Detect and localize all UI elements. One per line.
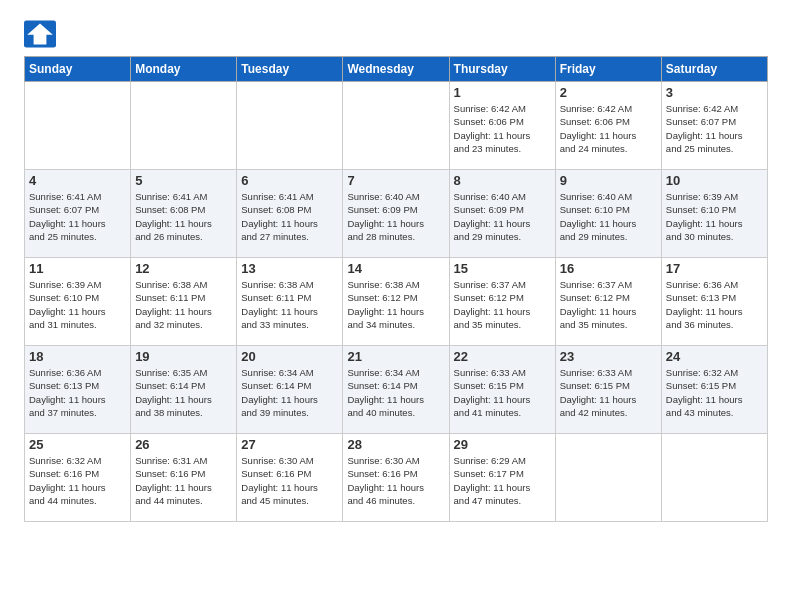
cell-info: Sunrise: 6:32 AM Sunset: 6:15 PM Dayligh…: [666, 366, 763, 419]
day-number: 10: [666, 173, 763, 188]
cell-info: Sunrise: 6:41 AM Sunset: 6:08 PM Dayligh…: [135, 190, 232, 243]
cell-info: Sunrise: 6:41 AM Sunset: 6:07 PM Dayligh…: [29, 190, 126, 243]
calendar-cell: 28Sunrise: 6:30 AM Sunset: 6:16 PM Dayli…: [343, 434, 449, 522]
day-header-wednesday: Wednesday: [343, 57, 449, 82]
calendar-cell: [343, 82, 449, 170]
cell-info: Sunrise: 6:39 AM Sunset: 6:10 PM Dayligh…: [29, 278, 126, 331]
calendar-cell: 5Sunrise: 6:41 AM Sunset: 6:08 PM Daylig…: [131, 170, 237, 258]
cell-info: Sunrise: 6:38 AM Sunset: 6:11 PM Dayligh…: [135, 278, 232, 331]
calendar-cell: 11Sunrise: 6:39 AM Sunset: 6:10 PM Dayli…: [25, 258, 131, 346]
calendar-week-row: 18Sunrise: 6:36 AM Sunset: 6:13 PM Dayli…: [25, 346, 768, 434]
day-number: 22: [454, 349, 551, 364]
day-number: 26: [135, 437, 232, 452]
day-number: 2: [560, 85, 657, 100]
day-number: 7: [347, 173, 444, 188]
calendar-cell: 6Sunrise: 6:41 AM Sunset: 6:08 PM Daylig…: [237, 170, 343, 258]
cell-info: Sunrise: 6:39 AM Sunset: 6:10 PM Dayligh…: [666, 190, 763, 243]
calendar-week-row: 11Sunrise: 6:39 AM Sunset: 6:10 PM Dayli…: [25, 258, 768, 346]
day-number: 29: [454, 437, 551, 452]
calendar-header-row: SundayMondayTuesdayWednesdayThursdayFrid…: [25, 57, 768, 82]
day-number: 13: [241, 261, 338, 276]
logo: [24, 20, 60, 48]
day-header-monday: Monday: [131, 57, 237, 82]
day-header-saturday: Saturday: [661, 57, 767, 82]
calendar-cell: 25Sunrise: 6:32 AM Sunset: 6:16 PM Dayli…: [25, 434, 131, 522]
calendar-cell: 9Sunrise: 6:40 AM Sunset: 6:10 PM Daylig…: [555, 170, 661, 258]
calendar-cell: 4Sunrise: 6:41 AM Sunset: 6:07 PM Daylig…: [25, 170, 131, 258]
calendar-cell: 24Sunrise: 6:32 AM Sunset: 6:15 PM Dayli…: [661, 346, 767, 434]
calendar-table: SundayMondayTuesdayWednesdayThursdayFrid…: [24, 56, 768, 522]
cell-info: Sunrise: 6:33 AM Sunset: 6:15 PM Dayligh…: [454, 366, 551, 419]
day-number: 6: [241, 173, 338, 188]
day-number: 16: [560, 261, 657, 276]
calendar-week-row: 25Sunrise: 6:32 AM Sunset: 6:16 PM Dayli…: [25, 434, 768, 522]
cell-info: Sunrise: 6:37 AM Sunset: 6:12 PM Dayligh…: [560, 278, 657, 331]
cell-info: Sunrise: 6:42 AM Sunset: 6:06 PM Dayligh…: [454, 102, 551, 155]
day-number: 4: [29, 173, 126, 188]
day-number: 8: [454, 173, 551, 188]
day-header-friday: Friday: [555, 57, 661, 82]
day-number: 27: [241, 437, 338, 452]
calendar-cell: 3Sunrise: 6:42 AM Sunset: 6:07 PM Daylig…: [661, 82, 767, 170]
calendar-cell: [661, 434, 767, 522]
cell-info: Sunrise: 6:35 AM Sunset: 6:14 PM Dayligh…: [135, 366, 232, 419]
cell-info: Sunrise: 6:29 AM Sunset: 6:17 PM Dayligh…: [454, 454, 551, 507]
cell-info: Sunrise: 6:34 AM Sunset: 6:14 PM Dayligh…: [241, 366, 338, 419]
calendar-cell: 20Sunrise: 6:34 AM Sunset: 6:14 PM Dayli…: [237, 346, 343, 434]
day-number: 5: [135, 173, 232, 188]
calendar-cell: 14Sunrise: 6:38 AM Sunset: 6:12 PM Dayli…: [343, 258, 449, 346]
calendar-cell: 18Sunrise: 6:36 AM Sunset: 6:13 PM Dayli…: [25, 346, 131, 434]
cell-info: Sunrise: 6:32 AM Sunset: 6:16 PM Dayligh…: [29, 454, 126, 507]
calendar-cell: 8Sunrise: 6:40 AM Sunset: 6:09 PM Daylig…: [449, 170, 555, 258]
calendar-cell: [131, 82, 237, 170]
calendar-cell: [555, 434, 661, 522]
cell-info: Sunrise: 6:38 AM Sunset: 6:12 PM Dayligh…: [347, 278, 444, 331]
cell-info: Sunrise: 6:34 AM Sunset: 6:14 PM Dayligh…: [347, 366, 444, 419]
day-number: 17: [666, 261, 763, 276]
day-number: 1: [454, 85, 551, 100]
cell-info: Sunrise: 6:40 AM Sunset: 6:09 PM Dayligh…: [454, 190, 551, 243]
calendar-cell: 16Sunrise: 6:37 AM Sunset: 6:12 PM Dayli…: [555, 258, 661, 346]
calendar-cell: 26Sunrise: 6:31 AM Sunset: 6:16 PM Dayli…: [131, 434, 237, 522]
day-number: 25: [29, 437, 126, 452]
calendar-cell: 19Sunrise: 6:35 AM Sunset: 6:14 PM Dayli…: [131, 346, 237, 434]
cell-info: Sunrise: 6:33 AM Sunset: 6:15 PM Dayligh…: [560, 366, 657, 419]
day-number: 3: [666, 85, 763, 100]
day-number: 18: [29, 349, 126, 364]
calendar-cell: 27Sunrise: 6:30 AM Sunset: 6:16 PM Dayli…: [237, 434, 343, 522]
day-number: 12: [135, 261, 232, 276]
calendar-cell: [25, 82, 131, 170]
day-number: 19: [135, 349, 232, 364]
day-number: 11: [29, 261, 126, 276]
cell-info: Sunrise: 6:40 AM Sunset: 6:10 PM Dayligh…: [560, 190, 657, 243]
calendar-cell: 10Sunrise: 6:39 AM Sunset: 6:10 PM Dayli…: [661, 170, 767, 258]
calendar-body: 1Sunrise: 6:42 AM Sunset: 6:06 PM Daylig…: [25, 82, 768, 522]
cell-info: Sunrise: 6:41 AM Sunset: 6:08 PM Dayligh…: [241, 190, 338, 243]
calendar-cell: 2Sunrise: 6:42 AM Sunset: 6:06 PM Daylig…: [555, 82, 661, 170]
calendar-cell: [237, 82, 343, 170]
day-header-thursday: Thursday: [449, 57, 555, 82]
day-number: 24: [666, 349, 763, 364]
day-header-tuesday: Tuesday: [237, 57, 343, 82]
cell-info: Sunrise: 6:36 AM Sunset: 6:13 PM Dayligh…: [666, 278, 763, 331]
day-number: 20: [241, 349, 338, 364]
calendar-cell: 21Sunrise: 6:34 AM Sunset: 6:14 PM Dayli…: [343, 346, 449, 434]
calendar-cell: 22Sunrise: 6:33 AM Sunset: 6:15 PM Dayli…: [449, 346, 555, 434]
day-number: 14: [347, 261, 444, 276]
generalblue-icon: [24, 20, 56, 48]
day-number: 28: [347, 437, 444, 452]
calendar-cell: 23Sunrise: 6:33 AM Sunset: 6:15 PM Dayli…: [555, 346, 661, 434]
calendar-week-row: 4Sunrise: 6:41 AM Sunset: 6:07 PM Daylig…: [25, 170, 768, 258]
cell-info: Sunrise: 6:36 AM Sunset: 6:13 PM Dayligh…: [29, 366, 126, 419]
calendar-cell: 7Sunrise: 6:40 AM Sunset: 6:09 PM Daylig…: [343, 170, 449, 258]
calendar-cell: 12Sunrise: 6:38 AM Sunset: 6:11 PM Dayli…: [131, 258, 237, 346]
cell-info: Sunrise: 6:42 AM Sunset: 6:06 PM Dayligh…: [560, 102, 657, 155]
calendar-week-row: 1Sunrise: 6:42 AM Sunset: 6:06 PM Daylig…: [25, 82, 768, 170]
cell-info: Sunrise: 6:42 AM Sunset: 6:07 PM Dayligh…: [666, 102, 763, 155]
day-number: 9: [560, 173, 657, 188]
calendar-cell: 13Sunrise: 6:38 AM Sunset: 6:11 PM Dayli…: [237, 258, 343, 346]
calendar-cell: 15Sunrise: 6:37 AM Sunset: 6:12 PM Dayli…: [449, 258, 555, 346]
day-number: 15: [454, 261, 551, 276]
page-header: [24, 20, 768, 48]
cell-info: Sunrise: 6:38 AM Sunset: 6:11 PM Dayligh…: [241, 278, 338, 331]
